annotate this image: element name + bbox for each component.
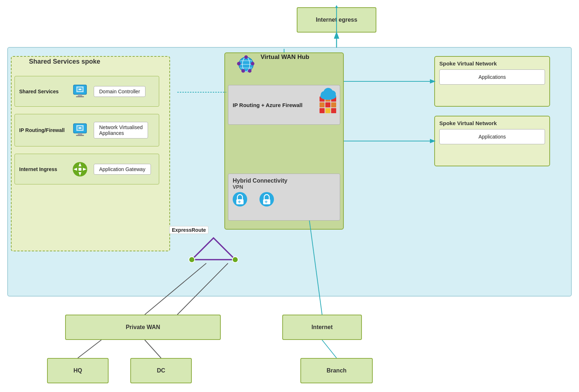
svg-point-23: [237, 62, 241, 65]
cloud-icon: [318, 86, 338, 101]
svg-rect-34: [320, 108, 325, 113]
internet-box: Internet: [282, 315, 362, 340]
svg-text:✛: ✛: [265, 200, 268, 204]
svg-rect-3: [76, 96, 84, 97]
hybrid-connectivity-label: Hybrid Connectivity: [228, 174, 340, 184]
svg-rect-9: [76, 135, 84, 136]
svg-point-48: [189, 257, 195, 263]
svg-line-61: [322, 340, 337, 358]
diamond-icon: [71, 161, 89, 178]
internet-ingress-row: Internet Ingress Application Gateway: [14, 154, 159, 184]
svg-point-40: [329, 90, 336, 98]
svg-rect-32: [325, 102, 330, 107]
svg-marker-47: [192, 238, 235, 260]
diagram-container: Internet egress Shared Services spoke Sh…: [0, 0, 579, 392]
svg-text:✛: ✛: [238, 200, 241, 204]
svg-rect-36: [331, 108, 336, 113]
shared-services-label: Shared Services: [15, 89, 69, 94]
lock-icon-left: ✛: [232, 191, 248, 207]
private-wan-label: Private WAN: [126, 324, 160, 331]
branch-label: Branch: [326, 367, 346, 374]
svg-rect-33: [331, 102, 336, 107]
hybrid-connectivity-box: Hybrid Connectivity VPN ✛ ✛: [228, 174, 340, 221]
svg-line-60: [145, 340, 161, 358]
network-virtualised-box: Network Virtualised Appliances: [94, 122, 148, 139]
svg-point-26: [241, 69, 245, 73]
application-gateway-box: Application Gateway: [94, 164, 151, 175]
svg-rect-5: [79, 89, 81, 90]
svg-point-49: [232, 257, 238, 263]
shared-services-spoke-title: Shared Services spoke: [29, 58, 100, 65]
applications-box-2: Applications: [439, 129, 545, 144]
spoke-vnet-2-title: Spoke Virtual Network: [435, 116, 549, 128]
applications-box-1: Applications: [439, 69, 545, 85]
ip-routing-text: IP Routing + Azure Firewall: [228, 98, 319, 112]
vwan-hub-title: Virtual WAN Hub: [261, 54, 309, 61]
svg-point-27: [248, 69, 252, 73]
svg-point-24: [244, 55, 248, 59]
cloud-icon-wrapper: [318, 86, 338, 102]
globe-icon-wrapper: [235, 54, 257, 77]
ip-routing-label: IP Routing + Azure Firewall: [233, 101, 314, 109]
hq-box: HQ: [47, 358, 109, 383]
computer-icon-2: [71, 122, 89, 139]
svg-point-25: [251, 62, 254, 65]
ip-routing-firewall-row: IP Routing/Firewall Network Virtualised …: [14, 114, 159, 146]
svg-rect-11: [79, 127, 81, 129]
internet-egress-box: Internet egress: [297, 7, 376, 33]
shared-services-row: Shared Services Domain Controller: [14, 76, 159, 107]
hq-label: HQ: [73, 367, 82, 374]
vpn-label: VPN: [228, 184, 340, 190]
private-wan-box: Private WAN: [65, 315, 221, 340]
expressroute-label: ExpressRoute: [169, 226, 208, 234]
svg-rect-17: [79, 168, 81, 171]
svg-rect-2: [78, 94, 82, 96]
internet-label: Internet: [312, 324, 333, 331]
svg-rect-31: [320, 102, 325, 107]
globe-icon: [235, 54, 257, 75]
svg-rect-35: [325, 108, 330, 113]
domain-controller-box: Domain Controller: [94, 86, 145, 97]
expressroute-triangle: [185, 234, 242, 263]
svg-line-59: [78, 340, 101, 358]
dc-label: DC: [157, 367, 165, 374]
spoke-vnet-1-title: Spoke Virtual Network: [435, 57, 549, 68]
internet-egress-label: Internet egress: [316, 17, 358, 23]
spoke-vnet-1: Spoke Virtual Network Applications: [434, 56, 550, 107]
computer-icon: [71, 83, 89, 100]
branch-box: Branch: [300, 358, 373, 383]
hybrid-icons-row: ✛ ✛: [228, 190, 340, 209]
svg-rect-8: [78, 133, 82, 135]
spoke-vnet-2: Spoke Virtual Network Applications: [434, 116, 550, 166]
internet-ingress-label: Internet Ingress: [15, 166, 69, 172]
lock-icon-right: ✛: [259, 191, 275, 207]
dc-box: DC: [130, 358, 192, 383]
ip-routing-firewall-label: IP Routing/Firewall: [15, 127, 69, 133]
